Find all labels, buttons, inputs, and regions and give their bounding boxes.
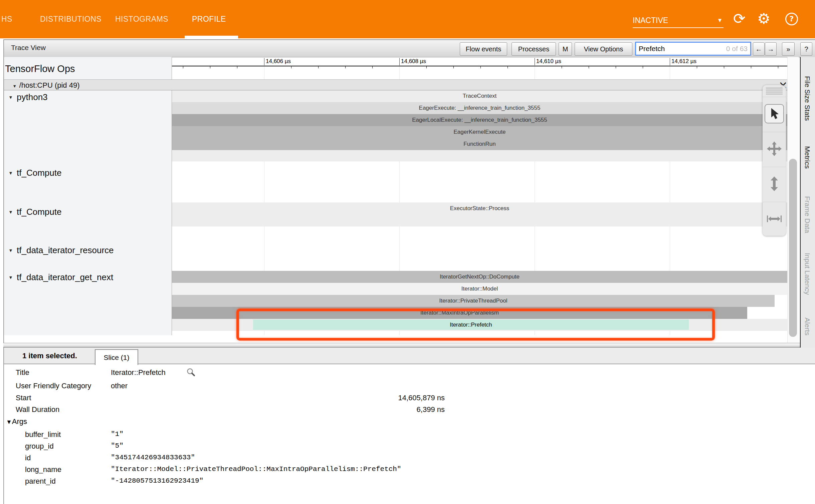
ruler-tick <box>697 66 697 68</box>
trace-event-bar[interactable]: EagerKernelExecute <box>172 126 787 138</box>
track-name: tf_data_iterator_get_next <box>17 272 113 283</box>
ruler-tick <box>778 66 778 68</box>
search-match-count: 0 of 63 <box>726 45 748 53</box>
arg-value: "-1428057513162923419" <box>111 477 203 485</box>
refresh-icon[interactable]: ⟳ <box>733 10 746 27</box>
collapse-triangle-icon[interactable]: ▾ <box>13 83 16 89</box>
detail-row-value: 6,399 ns <box>111 405 445 414</box>
track-name: python3 <box>17 92 48 102</box>
side-tab-alerts[interactable]: Alerts <box>803 318 811 336</box>
find-previous-button[interactable]: ← <box>753 42 765 56</box>
process-name: /host:CPU (pid 49) <box>19 81 80 89</box>
ruler-tick <box>480 66 481 68</box>
right-sidebar: File Size StatsMetricsFrame DataInput La… <box>800 57 815 348</box>
trace-event-bar[interactable] <box>172 214 787 226</box>
args-section-header[interactable]: ▼Args <box>6 417 27 426</box>
zoom-tool-button[interactable] <box>763 167 786 200</box>
ruler-tick <box>291 66 291 68</box>
trace-event-bar[interactable]: FunctionRun <box>172 138 787 150</box>
selected-tool-frame <box>765 104 784 123</box>
tab-hs[interactable]: HS <box>1 0 12 38</box>
magnifier-icon[interactable] <box>186 368 196 378</box>
shortcuts-help-button[interactable]: ? <box>800 42 812 56</box>
arg-value: "Iterator::Model::PrivateThreadPool::Max… <box>111 465 401 473</box>
processes-button[interactable]: Processes <box>512 42 556 56</box>
collapse-triangle-icon[interactable]: ▾ <box>9 247 12 254</box>
timing-icon <box>767 211 782 226</box>
ruler-tick <box>210 66 210 68</box>
tab-histograms[interactable]: HISTOGRAMS <box>115 0 168 38</box>
tab-slice[interactable]: Slice (1) <box>95 349 138 365</box>
trace-event-bar[interactable]: Iterator::Model <box>172 283 787 295</box>
args-collapse-triangle-icon[interactable]: ▼ <box>6 419 12 425</box>
tab-profile[interactable]: PROFILE <box>192 0 226 38</box>
ruler-tick <box>589 66 589 68</box>
details-header: 1 item selected. Slice (1) <box>4 348 815 364</box>
detail-row-label: Start <box>16 394 31 402</box>
ruler-tick <box>183 66 183 68</box>
ruler-tick <box>724 66 724 68</box>
flow-events-button[interactable]: Flow events <box>460 42 507 56</box>
trace-event-bar[interactable]: EagerExecute: __inference_train_function… <box>172 102 787 114</box>
pan-tool-button[interactable] <box>763 132 786 165</box>
track-label-tf_data_iterator_resource[interactable]: ▾tf_data_iterator_resource <box>9 245 114 256</box>
trace-event-bar[interactable]: EagerLocalExecute: __inference_train_fun… <box>172 114 787 126</box>
selection-status: 1 item selected. <box>22 352 77 360</box>
select-tool-button[interactable] <box>763 97 786 130</box>
panel-divider[interactable] <box>3 343 815 348</box>
zoom-vertical-icon <box>767 176 782 191</box>
pan-icon <box>767 141 782 156</box>
collapse-triangle-icon[interactable]: ▾ <box>9 209 12 215</box>
view-options-button[interactable]: View Options <box>575 42 632 56</box>
collapse-triangle-icon[interactable]: ▾ <box>9 274 12 281</box>
ruler-tick <box>751 66 751 68</box>
more-button[interactable]: » <box>782 42 795 56</box>
trace-event-bar[interactable]: Iterator::Prefetch <box>253 320 689 330</box>
trace-event-bar[interactable]: ExecutorState::Process <box>172 202 787 214</box>
detail-row-label: User Friendly Category <box>16 382 91 390</box>
args-label: Args <box>12 417 27 426</box>
ruler-tick <box>562 66 562 68</box>
collapse-triangle-icon[interactable]: ▾ <box>9 170 12 176</box>
track-label-tf_Compute[interactable]: ▾tf_Compute <box>9 168 61 178</box>
ruler-tick-label: 14,608 µs <box>399 58 426 65</box>
ruler-tick <box>426 66 427 68</box>
tab-distributions[interactable]: DISTRIBUTIONS <box>40 0 101 38</box>
track-label-python3[interactable]: ▾python3 <box>9 92 48 102</box>
arg-value: "5" <box>111 442 124 450</box>
detail-row-label: Title <box>16 368 29 377</box>
track-label-tf_data_iterator_get_next[interactable]: ▾tf_data_iterator_get_next <box>9 272 113 283</box>
trace-event-bar[interactable] <box>172 150 787 161</box>
trace-event-bar[interactable]: IteratorGetNextOp::DoCompute <box>172 271 787 283</box>
gear-icon[interactable]: ⚙ <box>757 10 770 27</box>
ruler-tick <box>372 66 373 68</box>
process-header-bar[interactable]: ▾/host:CPU (pid 49) × <box>4 79 787 90</box>
trace-event-bar[interactable]: Iterator::MaxIntraOpParallelism <box>172 307 747 319</box>
side-tab-metrics[interactable]: Metrics <box>803 146 811 169</box>
ruler-tick-label: 14,612 µs <box>670 58 696 65</box>
ruler-tick <box>318 66 319 68</box>
collapse-triangle-icon[interactable]: ▾ <box>9 94 12 100</box>
detail-row-label: Wall Duration <box>16 405 59 414</box>
scrollbar-thumb[interactable] <box>789 159 797 337</box>
vertical-scrollbar[interactable] <box>787 57 799 343</box>
arg-key: parent_id <box>25 477 56 486</box>
m-button[interactable]: M <box>559 42 572 56</box>
arg-key: id <box>25 454 31 462</box>
drag-handle-icon[interactable] <box>766 88 783 95</box>
trace-event-bar[interactable]: TraceContext <box>172 90 787 102</box>
trace-event-bar[interactable]: Iterator::PrivateThreadPool <box>172 295 775 307</box>
ruler-tick <box>453 66 454 68</box>
side-tab-input-latency[interactable]: Input Latency <box>803 253 811 295</box>
ruler-tick <box>345 66 346 68</box>
track-label-tf_Compute[interactable]: ▾tf_Compute <box>9 207 61 217</box>
side-tab-file-size-stats[interactable]: File Size Stats <box>803 76 811 121</box>
ruler-tick <box>237 66 237 68</box>
arg-key: buffer_limit <box>25 430 61 439</box>
help-icon[interactable]: ? <box>785 13 798 25</box>
side-tab-frame-data[interactable]: Frame Data <box>803 196 811 233</box>
arg-value: "1" <box>111 430 124 438</box>
timing-tool-button[interactable] <box>763 202 786 235</box>
find-next-button[interactable]: → <box>765 42 777 56</box>
run-selector-dropdown[interactable]: INACTIVE ▾ <box>633 13 724 28</box>
